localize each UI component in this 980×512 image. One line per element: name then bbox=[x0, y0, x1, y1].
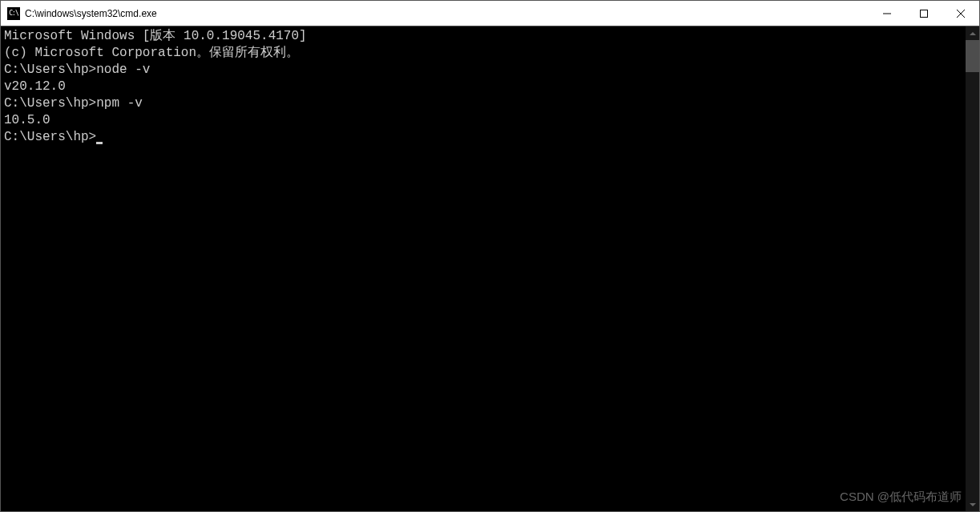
minimize-icon bbox=[883, 10, 891, 18]
terminal-prompt-line: C:\Users\hp> bbox=[4, 129, 962, 146]
chevron-down-icon bbox=[970, 503, 976, 506]
terminal-content[interactable]: Microsoft Windows [版本 10.0.19045.4170](c… bbox=[1, 26, 966, 511]
terminal-line: v20.12.0 bbox=[4, 79, 962, 95]
scrollbar-down-button[interactable] bbox=[966, 498, 979, 511]
scrollbar-thumb[interactable] bbox=[966, 40, 979, 72]
svg-rect-1 bbox=[921, 10, 928, 17]
close-icon bbox=[957, 10, 965, 18]
terminal-line: C:\Users\hp>npm -v bbox=[4, 95, 962, 112]
terminal-area[interactable]: Microsoft Windows [版本 10.0.19045.4170](c… bbox=[1, 26, 979, 511]
maximize-icon bbox=[920, 10, 928, 18]
terminal-line: 10.5.0 bbox=[4, 112, 962, 129]
maximize-button[interactable] bbox=[905, 1, 942, 26]
close-button[interactable] bbox=[942, 1, 979, 26]
cursor bbox=[96, 142, 103, 144]
title-bar[interactable]: C:\ C:\windows\system32\cmd.exe bbox=[1, 1, 979, 26]
window-controls bbox=[869, 1, 979, 26]
scrollbar[interactable] bbox=[966, 26, 979, 511]
terminal-line: Microsoft Windows [版本 10.0.19045.4170] bbox=[4, 28, 962, 45]
window-title: C:\windows\system32\cmd.exe bbox=[25, 8, 869, 19]
cmd-icon: C:\ bbox=[7, 7, 20, 20]
minimize-button[interactable] bbox=[869, 1, 905, 26]
terminal-line: (c) Microsoft Corporation。保留所有权利。 bbox=[4, 45, 962, 62]
terminal-line: C:\Users\hp>node -v bbox=[4, 62, 962, 79]
chevron-up-icon bbox=[970, 32, 976, 35]
cmd-window: C:\ C:\windows\system32\cmd.exe Microsof… bbox=[0, 0, 980, 512]
scrollbar-up-button[interactable] bbox=[966, 26, 979, 40]
